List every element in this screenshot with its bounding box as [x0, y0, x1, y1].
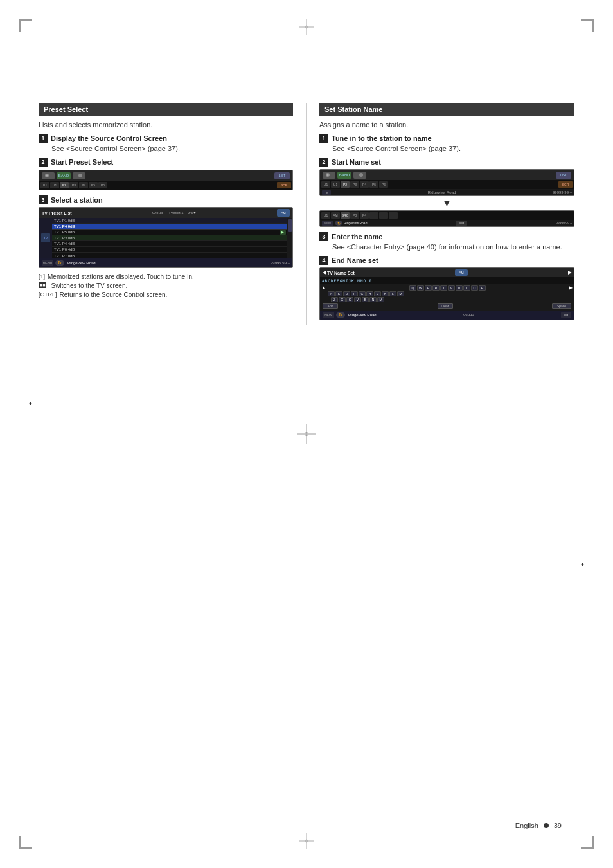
set-station-desc: Assigns a name to a station.	[319, 121, 574, 129]
corner-mark-br	[581, 836, 594, 849]
step-2-left: 2 Start Preset Select BAND	[39, 158, 293, 190]
step2-right-screen2: U1 AM SRC P3 P4 NEW ↻ Ridgeview Road	[319, 210, 574, 227]
preset-select-desc: Lists and selects memorized station.	[39, 121, 293, 129]
set-station-header: Set Station Name	[319, 103, 574, 116]
step2-arrow: ▼	[319, 199, 574, 208]
step-4-right: 4 End Name set ◀ TV Name Set AM ▶	[319, 256, 574, 320]
step-3-text: Select a station	[51, 196, 103, 204]
step-1-right-num: 1	[319, 134, 328, 143]
page-number: 39	[554, 822, 562, 829]
corner-mark-bl	[19, 836, 32, 849]
notes-section: [1] Memorized stations are displayed. To…	[39, 273, 293, 298]
step-1-desc: See <Source Control Screen> (page 37).	[51, 145, 293, 152]
step-3-right-desc: See <Character Entry> (page 40) for info…	[332, 243, 574, 251]
page-footer: English 39	[515, 822, 562, 829]
svg-point-2	[78, 174, 82, 177]
nameset-mockup: ◀ TV Name Set AM ▶ ABCDEFGHIJKLMNO P ▲	[319, 267, 574, 320]
step-3-right-num: 3	[319, 232, 328, 241]
preset-select-header: Preset Select	[39, 103, 293, 116]
main-content: Preset Select Lists and selects memorize…	[39, 103, 574, 765]
step-3-label: 3 Select a station	[39, 195, 293, 204]
step-2-num: 2	[39, 158, 48, 167]
preset-list-mockup: TV Preset List Group Preset 1 2/5▼ AM	[39, 207, 293, 268]
step-3-num: 3	[39, 195, 48, 204]
step-4-right-label: 4 End Name set	[319, 256, 574, 265]
step-1-right-label: 1 Tune in to the station to name	[319, 134, 574, 143]
note-1: [1] Memorized stations are displayed. To…	[39, 273, 293, 280]
svg-point-1	[46, 175, 48, 177]
top-divider	[39, 100, 574, 100]
step-1-right-text: Tune in to the station to name	[332, 134, 432, 142]
step-1-num: 1	[39, 134, 48, 143]
step-4-right-text: End Name set	[332, 257, 378, 264]
bottom-divider	[39, 768, 574, 768]
corner-mark-tl	[19, 19, 32, 32]
step-2-right-text: Start Name set	[332, 158, 381, 166]
step-1-right-desc: See <Source Control Screen> (page 37).	[332, 145, 574, 152]
left-bullet: •	[29, 399, 32, 409]
step-3-right: 3 Enter the name See <Character Entry> (…	[319, 232, 574, 251]
right-column: Set Station Name Assigns a name to a sta…	[306, 103, 574, 325]
step-2-label: 2 Start Preset Select	[39, 158, 293, 167]
svg-point-5	[359, 173, 363, 177]
step-2-screen: BAND LIST U1 U1 P2 P3 P4 P5	[39, 170, 293, 190]
svg-point-4	[327, 174, 329, 176]
step-3-right-text: Enter the name	[332, 233, 382, 240]
footer-dot	[544, 823, 549, 828]
footer-language: English	[515, 822, 538, 829]
note-2: ■■ Switches to the TV screen.	[39, 282, 293, 289]
step-1-label: 1 Display the Source Control Screen	[39, 134, 293, 143]
right-bullet: •	[581, 559, 584, 570]
note-3: [CTRL] Returns to the Source Control scr…	[39, 291, 293, 298]
bottom-crosshair	[299, 833, 314, 849]
top-crosshair	[299, 19, 314, 35]
step-2-right: 2 Start Name set BAND LIST	[319, 158, 574, 227]
step-4-right-num: 4	[319, 256, 328, 265]
step-2-text: Start Preset Select	[51, 158, 113, 166]
corner-mark-tr	[581, 19, 594, 32]
two-columns: Preset Select Lists and selects memorize…	[39, 103, 574, 325]
left-column: Preset Select Lists and selects memorize…	[39, 103, 306, 325]
step-3-left: 3 Select a station TV Preset List Group …	[39, 195, 293, 268]
step2-right-screen1: BAND LIST U1 U1 P2 P3 P4 P5 P6	[319, 169, 574, 196]
step-1-left: 1 Display the Source Control Screen See …	[39, 134, 293, 152]
step-1-right: 1 Tune in to the station to name See <So…	[319, 134, 574, 152]
step-2-right-num: 2	[319, 158, 328, 167]
step-1-text: Display the Source Control Screen	[51, 134, 167, 142]
step-2-right-label: 2 Start Name set	[319, 158, 574, 167]
step-3-right-label: 3 Enter the name	[319, 232, 574, 241]
